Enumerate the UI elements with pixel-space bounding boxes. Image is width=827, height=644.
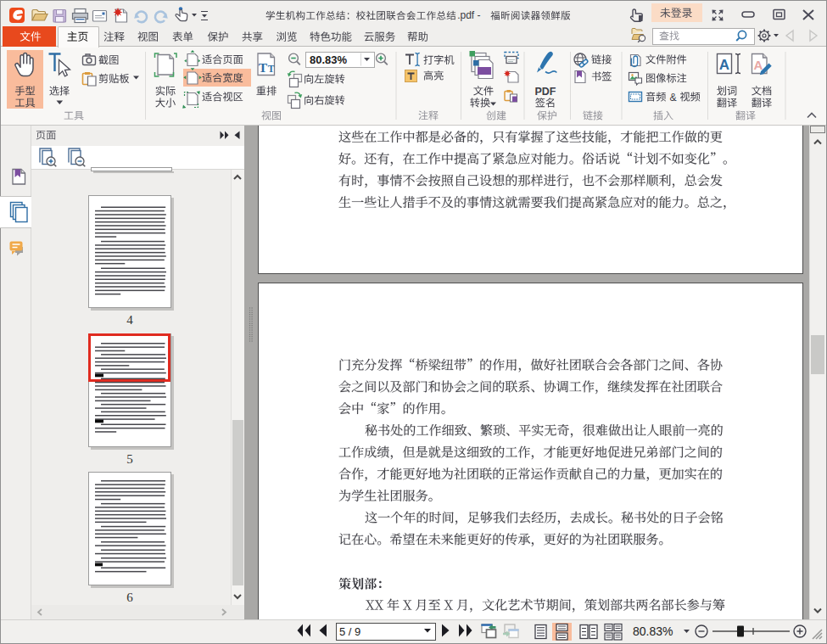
svg-text:5: 5: [126, 452, 133, 466]
svg-text:T: T: [259, 60, 268, 75]
svg-text:A: A: [719, 57, 729, 73]
svg-text:80.83%: 80.83%: [633, 624, 673, 638]
svg-text:PDF: PDF: [535, 86, 556, 98]
svg-text:A: A: [754, 58, 763, 72]
svg-text:&: &: [669, 92, 676, 104]
svg-text:.pdf -: .pdf -: [457, 9, 480, 21]
svg-text:6: 6: [126, 591, 133, 604]
svg-text:T: T: [268, 64, 275, 74]
svg-text:4: 4: [126, 313, 133, 327]
svg-text:5 / 9: 5 / 9: [339, 625, 360, 638]
svg-text:80.83%: 80.83%: [310, 53, 348, 66]
